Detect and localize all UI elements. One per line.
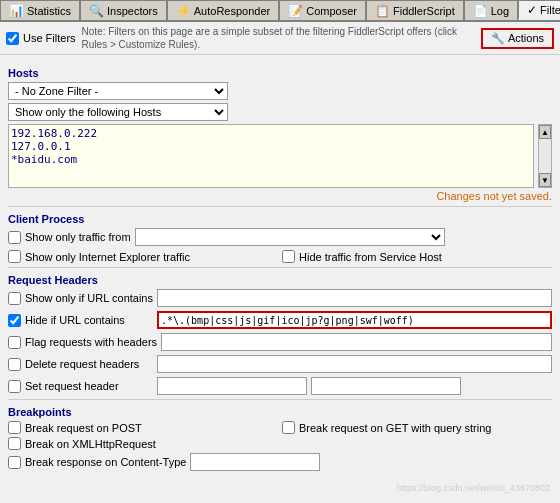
url-contains-label: Show only if URL contains (25, 292, 153, 304)
tab-statistics[interactable]: 📊 Statistics (0, 0, 80, 20)
url-contains-row: Show only if URL contains (8, 289, 552, 307)
tab-autoresponder[interactable]: ⚡ AutoResponder (167, 0, 279, 20)
zone-filter-row: - No Zone Filter - Show only Intranet Ho… (8, 82, 552, 100)
changes-text: Changes not yet saved. (8, 190, 552, 202)
show-only-traffic-checkbox[interactable] (8, 231, 21, 244)
hosts-textarea[interactable]: 192.168.0.222 127.0.0.1 *baidu.com (8, 124, 534, 188)
delete-headers-row: Delete request headers (8, 355, 552, 373)
traffic-from-row: Show only traffic from (8, 228, 552, 246)
traffic-from-dropdown[interactable] (135, 228, 445, 246)
use-filters-area: Use Filters (6, 32, 76, 45)
hosts-scrollbar[interactable]: ▲ ▼ (538, 124, 552, 188)
delete-headers-checkbox[interactable] (8, 358, 21, 371)
delete-headers-input[interactable] (157, 355, 552, 373)
set-header-name-input[interactable] (157, 377, 307, 395)
flag-headers-label: Flag requests with headers (25, 336, 157, 348)
hide-url-label: Hide if URL contains (25, 314, 125, 326)
bp-post-row: Break request on POST Break request on G… (8, 421, 552, 434)
flag-headers-checkbox[interactable] (8, 336, 21, 349)
flag-headers-input[interactable] (161, 333, 552, 351)
ie-traffic-row: Show only Internet Explorer traffic Hide… (8, 250, 552, 263)
hide-url-input[interactable]: .*\.(bmp|css|js|gif|ico|jp?g|png|swf|wof… (157, 311, 552, 329)
tab-inspectors[interactable]: 🔍 Inspectors (80, 0, 167, 20)
set-header-label: Set request header (25, 380, 119, 392)
hide-service-host-label: Hide traffic from Service Host (299, 251, 442, 263)
flag-headers-row: Flag requests with headers (8, 333, 552, 351)
actions-button[interactable]: 🔧 Actions (481, 28, 554, 49)
client-process-label: Client Process (8, 213, 552, 225)
hosts-section-label: Hosts (8, 67, 552, 79)
client-process-section: Client Process Show only traffic from Sh… (8, 213, 552, 263)
actions-icon: 🔧 (491, 32, 505, 45)
hosts-filter-row: Show only the following Hosts Hide the f… (8, 103, 552, 121)
bp-content-type-checkbox[interactable] (8, 456, 21, 469)
fiddlerscript-icon: 📋 (375, 4, 390, 18)
hosts-section: Hosts - No Zone Filter - Show only Intra… (8, 67, 552, 202)
hide-url-row: Hide if URL contains .*\.(bmp|css|js|gif… (8, 311, 552, 329)
scroll-track (539, 139, 551, 173)
inspectors-icon: 🔍 (89, 4, 104, 18)
filters-icon: ✓ (527, 3, 537, 17)
tab-log[interactable]: 📄 Log (464, 0, 518, 20)
autoresponder-icon: ⚡ (176, 4, 191, 18)
statistics-icon: 📊 (9, 4, 24, 18)
actions-label: Actions (508, 32, 544, 44)
scroll-up-btn[interactable]: ▲ (539, 125, 551, 139)
set-header-row: Set request header (8, 377, 552, 395)
zone-filter-dropdown[interactable]: - No Zone Filter - Show only Intranet Ho… (8, 82, 228, 100)
bp-content-type-label: Break response on Content-Type (25, 456, 186, 468)
bp-content-type-row: Break response on Content-Type (8, 453, 552, 471)
tab-fiddlerscript[interactable]: 📋 FiddlerScript (366, 0, 464, 20)
bp-xml-row: Break on XMLHttpRequest (8, 437, 552, 450)
use-filters-label: Use Filters (23, 32, 76, 44)
hosts-area-wrapper: 192.168.0.222 127.0.0.1 *baidu.com ▲ ▼ (8, 124, 552, 188)
set-header-checkbox[interactable] (8, 380, 21, 393)
url-contains-checkbox[interactable] (8, 292, 21, 305)
log-icon: 📄 (473, 4, 488, 18)
scroll-down-btn[interactable]: ▼ (539, 173, 551, 187)
ie-traffic-label: Show only Internet Explorer traffic (25, 251, 190, 263)
show-only-traffic-label: Show only traffic from (25, 231, 131, 243)
url-contains-input[interactable] (157, 289, 552, 307)
bp-xml-label: Break on XMLHttpRequest (25, 438, 156, 450)
bp-get-query-checkbox[interactable] (282, 421, 295, 434)
toolbar: Use Filters Note: Filters on this page a… (0, 22, 560, 55)
bp-get-query-label: Break request on GET with query string (299, 422, 491, 434)
tab-composer[interactable]: 📝 Composer (279, 0, 366, 20)
tab-bar: 📊 Statistics 🔍 Inspectors ⚡ AutoResponde… (0, 0, 560, 22)
filters-note: Note: Filters on this page are a simple … (82, 25, 475, 51)
bp-xml-checkbox[interactable] (8, 437, 21, 450)
request-headers-section: Request Headers Show only if URL contain… (8, 274, 552, 395)
ie-traffic-checkbox[interactable] (8, 250, 21, 263)
bp-content-type-input[interactable] (190, 453, 320, 471)
breakpoints-section: Breakpoints Break request on POST Break … (8, 406, 552, 471)
content-area: Hosts - No Zone Filter - Show only Intra… (0, 55, 560, 500)
delete-headers-label: Delete request headers (25, 358, 139, 370)
hide-url-checkbox[interactable] (8, 314, 21, 327)
composer-icon: 📝 (288, 4, 303, 18)
use-filters-checkbox[interactable] (6, 32, 19, 45)
breakpoints-label: Breakpoints (8, 406, 552, 418)
bp-post-label: Break request on POST (25, 422, 142, 434)
request-headers-label: Request Headers (8, 274, 552, 286)
hosts-filter-dropdown[interactable]: Show only the following Hosts Hide the f… (8, 103, 228, 121)
set-header-value-input[interactable] (311, 377, 461, 395)
tab-filters[interactable]: ✓ Filters (518, 0, 560, 20)
bp-post-checkbox[interactable] (8, 421, 21, 434)
hide-service-host-checkbox[interactable] (282, 250, 295, 263)
